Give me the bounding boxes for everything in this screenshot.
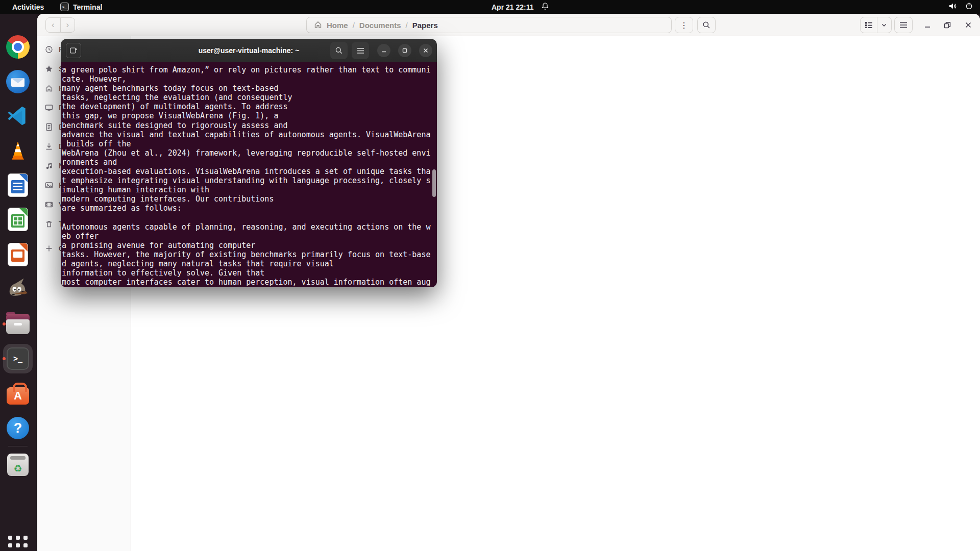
volume-icon [948,2,957,12]
thunderbird-icon [6,70,30,93]
gimp-icon [6,276,30,299]
video-icon [45,201,53,209]
maximize-icon [402,47,408,54]
files-headerbar: ‹ › Home / Documents / Papers ⋮ [37,14,980,36]
terminal-search-button[interactable] [330,42,348,59]
notification-bell-icon [541,2,549,12]
view-options-dropdown[interactable] [877,17,891,33]
files-menu-button[interactable] [894,17,913,33]
show-applications-icon [8,536,28,551]
star-icon [45,65,53,73]
trash-bin-icon [45,220,53,228]
home-icon [314,20,322,30]
breadcrumb: Home / Documents / Papers [306,17,672,33]
dock: >_ A ? ♻ [0,14,36,551]
dock-item-impress[interactable] [6,242,30,267]
terminal-minimize-button[interactable] [377,44,390,57]
document-icon [45,123,53,131]
kebab-icon: ⋮ [680,20,688,30]
view-toggle-group [860,17,892,33]
breadcrumb-home[interactable]: Home [327,21,348,30]
terminal-menu-button[interactable] [352,42,369,59]
breadcrumb-current[interactable]: Papers [412,21,438,30]
hamburger-icon [357,47,364,54]
picture-icon [45,181,53,189]
dock-item-trash[interactable]: ♻ [6,453,30,477]
dock-item-chrome[interactable] [6,35,30,59]
activities-button[interactable]: Activities [12,0,44,14]
dock-item-files[interactable] [6,312,30,336]
nav-buttons: ‹ › [45,17,75,33]
vlc-icon [6,139,30,162]
location-options-button[interactable]: ⋮ [675,17,693,33]
list-view-button[interactable] [861,17,877,33]
search-icon [702,21,710,29]
clock-label: Apr 21 22:11 [492,3,534,11]
clock-menu[interactable]: Apr 21 22:11 [492,0,549,14]
search-icon [335,46,343,55]
plus-icon [45,244,53,253]
restore-icon [944,21,951,29]
close-icon [965,21,972,29]
terminal-icon: >_ [7,347,29,370]
focused-app-menu[interactable]: >_ Terminal [60,0,102,14]
focused-app-label: Terminal [73,3,102,11]
chevron-down-icon [881,22,887,28]
new-tab-icon [69,46,78,55]
dock-item-thunderbird[interactable] [6,69,30,94]
ubuntu-software-icon: A [7,387,29,405]
recent-icon [45,45,53,54]
breadcrumb-separator: / [353,21,355,30]
terminal-window: user@user-virtual-machine: ~ a green pol… [61,39,437,287]
terminal-maximize-button[interactable] [398,44,411,57]
libreoffice-impress-icon [8,243,28,266]
files-close-button[interactable] [961,18,975,32]
close-icon [423,47,429,54]
help-icon: ? [7,417,29,439]
hamburger-icon [899,21,908,29]
dock-item-gimp[interactable] [6,275,30,299]
dock-item-writer[interactable] [6,173,30,197]
music-icon [45,162,53,170]
dock-item-calc[interactable] [6,207,30,232]
trash-icon: ♻ [7,454,29,476]
breadcrumb-separator: / [406,21,408,30]
system-status-area[interactable] [948,0,973,14]
top-bar: Activities >_ Terminal Apr 21 22:11 [0,0,980,14]
home-icon [45,84,53,92]
minimize-icon [381,47,387,54]
files-restore-button[interactable] [940,18,954,32]
dock-divider [8,446,28,446]
terminal-scrollbar[interactable] [432,169,436,197]
terminal-close-button[interactable] [419,44,432,57]
files-icon [6,314,30,334]
back-button[interactable]: ‹ [46,18,61,32]
dock-item-help[interactable]: ? [6,416,30,440]
libreoffice-writer-icon [8,173,28,197]
files-search-button[interactable] [697,17,716,33]
terminal-headerbar[interactable]: user@user-virtual-machine: ~ [61,39,437,62]
files-minimize-button[interactable] [920,18,935,32]
dock-item-vlc[interactable] [6,138,30,163]
terminal-output-text: a green polo shirt from Amazon,” or rely… [61,65,437,287]
forward-button[interactable]: › [61,18,75,32]
download-icon [45,142,53,151]
list-view-icon [865,21,873,29]
dock-item-vscode[interactable] [6,104,30,128]
breadcrumb-documents[interactable]: Documents [359,21,401,30]
terminal-screen[interactable]: a green polo shirt from Amazon,” or rely… [61,62,437,287]
power-icon [965,2,973,12]
chrome-icon [6,35,30,59]
desktop-icon [45,104,53,112]
dock-item-terminal[interactable]: >_ [6,346,30,371]
terminal-app-icon: >_ [60,3,69,11]
dock-item-software[interactable]: A [6,381,30,406]
libreoffice-calc-icon [8,208,28,231]
minimize-icon [924,21,931,29]
new-tab-button[interactable] [66,43,81,58]
dock-item-show-apps[interactable] [6,533,30,551]
vscode-icon [7,105,29,127]
